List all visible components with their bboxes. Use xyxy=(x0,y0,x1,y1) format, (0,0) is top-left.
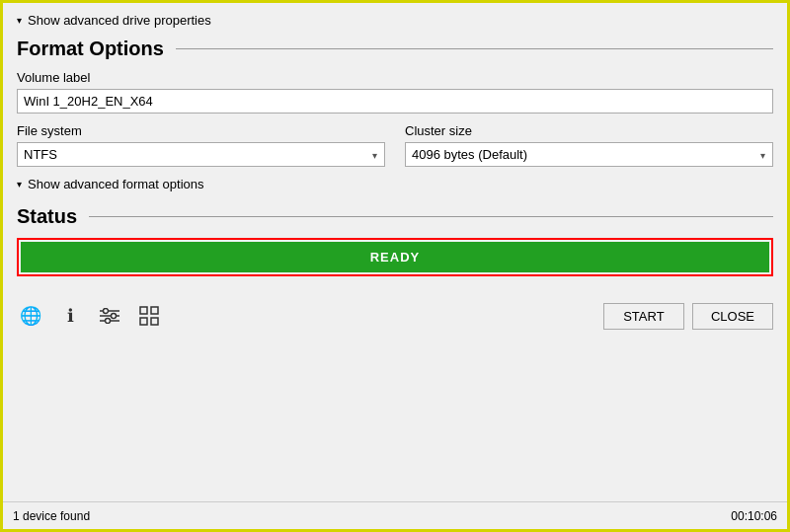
svg-point-3 xyxy=(104,309,109,314)
start-button[interactable]: START xyxy=(603,303,684,330)
svg-rect-6 xyxy=(140,307,147,314)
advanced-drive-label: Show advanced drive properties xyxy=(28,13,211,28)
status-section: Status READY xyxy=(17,205,773,290)
svg-rect-7 xyxy=(151,307,158,314)
content-area: ▾ Show advanced drive properties Format … xyxy=(3,3,787,529)
file-system-label: File system xyxy=(17,123,385,138)
globe-icon[interactable]: 🌐 xyxy=(17,302,44,330)
svg-point-4 xyxy=(112,314,117,319)
svg-point-5 xyxy=(106,319,111,324)
section-divider xyxy=(176,48,773,49)
volume-label-text: Volume label xyxy=(17,70,773,85)
cluster-size-label: Cluster size xyxy=(405,123,773,138)
file-system-select[interactable]: NTFS xyxy=(17,142,385,167)
status-title: Status xyxy=(17,205,77,228)
info-icon[interactable]: ℹ xyxy=(56,302,84,330)
icon-group: 🌐 ℹ xyxy=(17,302,163,330)
format-options-title: Format Options xyxy=(17,38,164,60)
fs-cluster-row: File system NTFS ▾ Cluster size 4096 byt… xyxy=(17,123,773,167)
status-header: Status xyxy=(17,205,773,228)
format-options-header: Format Options xyxy=(17,38,773,60)
cluster-size-select[interactable]: 4096 bytes (Default) xyxy=(405,142,773,167)
grid-icon[interactable] xyxy=(135,302,163,330)
advanced-format-chevron-icon: ▾ xyxy=(17,179,22,190)
advanced-drive-toggle[interactable]: ▾ Show advanced drive properties xyxy=(17,13,773,28)
cluster-size-col: Cluster size 4096 bytes (Default) ▾ xyxy=(405,123,773,167)
status-bar: 1 device found 00:10:06 xyxy=(3,501,787,529)
svg-rect-8 xyxy=(140,318,147,325)
ready-button-wrapper: READY xyxy=(17,238,773,276)
chevron-down-icon: ▾ xyxy=(17,15,22,26)
cluster-size-wrapper: 4096 bytes (Default) ▾ xyxy=(405,142,773,167)
status-bar-time: 00:10:06 xyxy=(731,509,777,523)
close-button[interactable]: CLOSE xyxy=(692,303,773,330)
bottom-toolbar: 🌐 ℹ xyxy=(17,302,773,330)
file-system-wrapper: NTFS ▾ xyxy=(17,142,385,167)
status-divider xyxy=(89,216,773,217)
svg-rect-9 xyxy=(151,318,158,325)
device-count: 1 device found xyxy=(13,509,90,523)
action-buttons: START CLOSE xyxy=(603,303,773,330)
file-system-col: File system NTFS ▾ xyxy=(17,123,385,167)
advanced-format-label: Show advanced format options xyxy=(28,177,204,191)
volume-label-input[interactable] xyxy=(17,89,773,114)
main-window: ▾ Show advanced drive properties Format … xyxy=(0,0,790,532)
ready-button: READY xyxy=(21,242,769,272)
sliders-icon[interactable] xyxy=(96,302,123,330)
advanced-format-toggle[interactable]: ▾ Show advanced format options xyxy=(17,177,773,191)
